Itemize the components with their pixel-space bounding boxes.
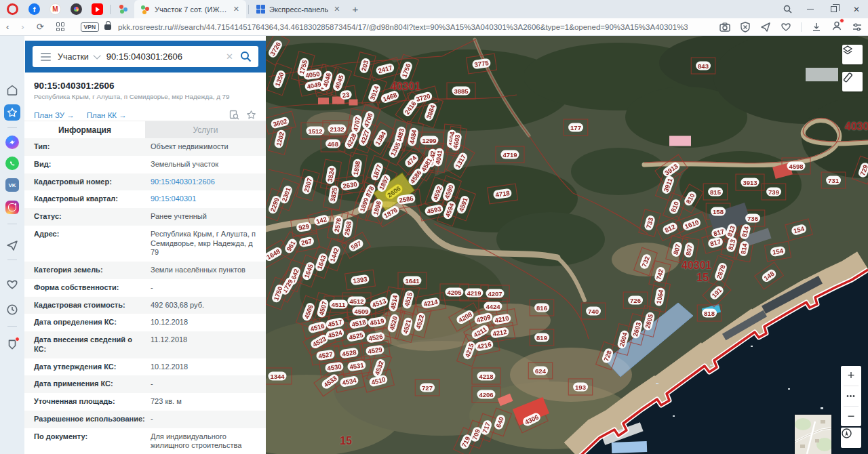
minimap[interactable] — [795, 415, 831, 454]
parcel-label[interactable]: 4208 — [455, 309, 475, 326]
bookmark-heart-icon[interactable] — [781, 22, 791, 33]
back-button[interactable]: ‹ — [6, 22, 9, 32]
close-button[interactable]: ✕ — [845, 0, 868, 18]
parcel-label[interactable]: 468 — [326, 140, 340, 148]
parcel-label[interactable]: 929 — [296, 222, 311, 232]
parcel-label[interactable]: 2299 — [267, 194, 281, 215]
parcel-label[interactable]: 717 — [479, 419, 493, 436]
parcel-label[interactable]: 728 — [601, 348, 614, 365]
parcel-label[interactable]: 4509 — [352, 307, 370, 316]
parcel-label[interactable]: 740 — [586, 307, 601, 316]
parcel-label[interactable]: 4593 — [424, 204, 443, 216]
gmail-icon[interactable]: M — [50, 3, 61, 15]
parcel-label[interactable]: 4206 — [477, 390, 495, 399]
parcel-label[interactable]: 4521 — [400, 316, 414, 337]
parcel-label[interactable]: 810 — [668, 199, 682, 215]
parcel-label[interactable]: 2307 — [301, 175, 315, 195]
whatsapp-icon[interactable] — [4, 155, 20, 171]
parcel-label[interactable]: 4424 — [484, 302, 502, 311]
cadastral-map[interactable]: 3726175522231350203241717563775843405040… — [266, 36, 868, 454]
pinned-tab[interactable] — [118, 4, 129, 15]
parcel-label[interactable]: 3911 — [660, 175, 675, 194]
parcel-label[interactable]: 3914 — [367, 83, 381, 103]
bookmarks-heart-icon[interactable] — [4, 276, 20, 293]
parcel-label[interactable]: 3775 — [472, 58, 492, 70]
youtube-icon[interactable] — [92, 3, 103, 15]
tab-information[interactable]: Информация — [24, 121, 145, 138]
layers-button[interactable] — [842, 45, 863, 64]
parcel-label[interactable]: 727 — [420, 384, 435, 392]
parcel-label[interactable]: 1442 — [327, 245, 341, 265]
parcel-label[interactable]: 1648 — [266, 246, 283, 263]
lock-icon[interactable] — [104, 24, 111, 30]
parcel-label[interactable]: 4205 — [445, 288, 463, 297]
parcel-label[interactable]: 4520 — [387, 313, 400, 333]
parcel-label[interactable]: 597 — [347, 238, 364, 253]
parcel-label[interactable]: 3602 — [270, 116, 290, 129]
parcel-label[interactable]: 1643 — [314, 252, 328, 272]
parcel-label[interactable]: 1305 — [387, 139, 403, 159]
parcel-label[interactable]: 4531 — [347, 360, 367, 372]
parcel-label[interactable]: 961 — [283, 237, 298, 254]
parcel-label[interactable]: 731 — [826, 176, 841, 185]
parcel-label[interactable]: 818 — [702, 309, 717, 318]
parcel-label[interactable]: 4511 — [330, 300, 348, 309]
parcel-label[interactable]: 4209 — [473, 312, 494, 325]
parcel-label[interactable]: 4218 — [477, 372, 495, 381]
parcel-label[interactable]: 3913 — [741, 178, 759, 187]
info-value-link[interactable]: 90:15:040301 — [151, 194, 196, 204]
parcel-label[interactable]: 2630 — [340, 180, 360, 191]
parcel-label[interactable]: 1350 — [272, 69, 286, 89]
tab-uchastok[interactable]: Участок 7 сот. (ИЖС) на п ✕ — [134, 0, 246, 18]
parcel-label[interactable]: 154 — [791, 224, 807, 236]
info-value-link[interactable]: 90:15:040301:2606 — [151, 178, 215, 187]
parcel-label[interactable]: 2416 — [401, 98, 419, 118]
parcel-label[interactable]: 816 — [534, 304, 549, 312]
speed-dial-button[interactable] — [56, 22, 65, 31]
parcel-label[interactable]: 807 — [684, 242, 695, 258]
parcel-label[interactable]: 4516 — [307, 321, 328, 334]
measure-button[interactable] — [842, 72, 863, 91]
parcel-label[interactable]: 4214 — [421, 297, 441, 309]
parcel-label[interactable]: 4525 — [346, 330, 366, 342]
parcel-label[interactable]: 4527 — [316, 350, 336, 361]
parcel-label[interactable]: 4522 — [413, 312, 427, 332]
plan-zu-link[interactable]: План ЗУ → — [34, 111, 75, 119]
parcel-label[interactable]: 1344 — [268, 372, 286, 381]
parcel-label[interactable]: 4514 — [388, 293, 400, 312]
parcel-label[interactable]: 742 — [654, 266, 666, 283]
parcel-label[interactable]: 4718 — [493, 188, 513, 200]
parcel-label[interactable]: 813 — [726, 236, 738, 253]
parcel-label[interactable]: 4210 — [492, 313, 512, 325]
parcel-label[interactable]: 203 — [359, 58, 371, 74]
parcel-label[interactable]: 4219 — [465, 289, 483, 297]
parcel-label[interactable]: 640 — [493, 414, 507, 431]
parcel-label[interactable]: 2603 — [630, 319, 644, 339]
parcel-label[interactable]: 4518 — [349, 317, 368, 329]
parcel-label[interactable]: 3885 — [452, 87, 470, 96]
geolocation-button[interactable] — [841, 428, 861, 448]
vk-icon[interactable]: VK — [4, 177, 20, 193]
parcel-label[interactable]: 177 — [568, 123, 583, 132]
parcel-label[interactable]: 4215 — [462, 340, 476, 360]
my-flow-icon[interactable] — [760, 22, 771, 33]
parcel-label[interactable]: 1299 — [420, 136, 438, 145]
parcel-label[interactable]: 474 — [403, 152, 420, 169]
parcel-label[interactable]: 4207 — [486, 289, 504, 298]
parcel-label[interactable]: 4512 — [347, 297, 366, 306]
snapshot-icon[interactable] — [719, 22, 730, 33]
parcel-label[interactable]: 1202 — [273, 129, 287, 149]
pinboard-icon[interactable] — [4, 336, 20, 352]
zoom-out-button[interactable]: − — [841, 407, 861, 426]
parcel-label[interactable]: 4528 — [340, 348, 359, 359]
forward-button[interactable]: › — [21, 22, 24, 32]
parcel-label[interactable]: 729 — [857, 162, 868, 179]
parcel-label[interactable]: 1756 — [399, 60, 413, 81]
parcel-label[interactable]: 732 — [639, 253, 652, 270]
parcel-label[interactable]: 4212 — [490, 327, 510, 339]
search-category-select[interactable]: Участки — [58, 52, 89, 62]
parcel-label[interactable]: 1641 — [403, 276, 421, 285]
vpn-badge[interactable]: VPN — [81, 22, 99, 32]
parcel-label[interactable]: 4211 — [470, 324, 490, 341]
parcel-label[interactable]: 4598 — [787, 162, 805, 171]
